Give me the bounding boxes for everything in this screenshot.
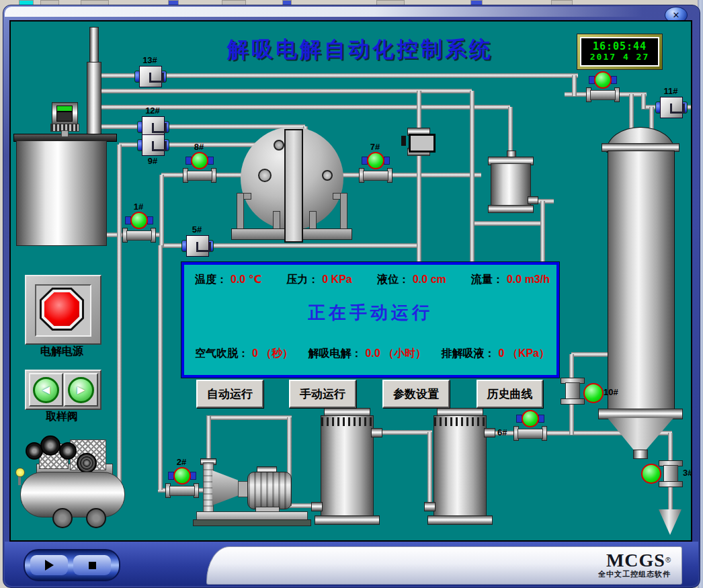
power-button-panel (25, 275, 101, 345)
pulley (59, 442, 77, 460)
stop-button[interactable] (73, 555, 111, 575)
cell-slots (321, 417, 372, 426)
valve-body (660, 97, 683, 118)
metric-value: 0 KPa (322, 274, 352, 285)
pipe (417, 91, 421, 267)
cell-slots (434, 417, 485, 426)
electrolysis-power-button[interactable] (44, 292, 79, 326)
valve-status-lamp (367, 152, 384, 169)
timer-label: 解吸电解： (308, 347, 362, 359)
electrolysis-cell-2 (433, 415, 487, 517)
metric-label: 流量： (471, 274, 503, 285)
digital-clock: 16:05:44 2017 4 27 (577, 34, 663, 70)
valve-body (126, 230, 152, 241)
mixer-motor-window (56, 112, 73, 122)
sample-valve-open-button[interactable]: ◀ (29, 373, 63, 407)
valve-13[interactable]: 13# (134, 66, 165, 86)
actuator-nub (611, 76, 617, 84)
valve-5[interactable]: 5# (181, 235, 212, 255)
play-button[interactable] (30, 555, 68, 575)
actuator-nub (147, 216, 153, 224)
registered-mark: ® (665, 556, 671, 564)
valve-body (363, 171, 388, 181)
cell-nozzle (484, 428, 495, 437)
valve-status-lamp (130, 212, 148, 229)
valve-6[interactable]: 6# (513, 410, 546, 439)
support-leg (237, 193, 244, 231)
pipe (572, 75, 577, 96)
stop-icon (89, 562, 96, 569)
metrics-row: 温度：0.0 ℃ 压力：0 KPa 液位：0.0 cm 流量：0.0 m3/h (195, 273, 550, 287)
valve-body (590, 90, 616, 100)
valve-body (565, 382, 580, 400)
valve-label: 6# (497, 427, 507, 437)
valve-1[interactable]: 1# (122, 212, 155, 241)
valve-label: 11# (655, 86, 686, 96)
pipe (99, 73, 578, 78)
timer: 空气吹脱：0 （秒） (195, 347, 293, 361)
pipe (470, 221, 545, 226)
mixer-motor-lamp (56, 106, 73, 112)
valve-label: 1# (125, 202, 152, 212)
pipe (329, 173, 481, 177)
pipe (427, 432, 432, 507)
metric-label: 压力： (286, 274, 319, 285)
metric-value: 0.0 cm (413, 274, 446, 285)
pipe (99, 124, 305, 129)
filter-tank-base (488, 205, 534, 213)
valve-body (187, 171, 212, 181)
page-title: 解吸电解自动化控制系统 (165, 35, 555, 65)
window-top-sheen (5, 7, 677, 17)
actuator-nub (384, 157, 390, 165)
sphere-port (322, 170, 333, 181)
pump-volute (212, 470, 238, 505)
pipe (571, 352, 612, 357)
metric: 压力：0 KPa (286, 273, 352, 287)
sample-valve-close-button[interactable]: ▶ (64, 373, 98, 407)
metric-value: 0.0 m3/h (507, 274, 550, 285)
valve-label: 9# (137, 156, 168, 166)
pipe (470, 91, 474, 282)
manual-run-button[interactable]: 手动运行 (289, 380, 356, 408)
pulley (40, 435, 60, 456)
cell-nozzle (311, 502, 323, 511)
valve-8[interactable]: 8# (183, 152, 215, 181)
metric-label: 液位： (377, 274, 409, 285)
timer: 排解吸液：0 （KPa） (442, 347, 550, 361)
pipe (380, 430, 432, 435)
brand-line: MCGS® (598, 550, 671, 571)
sphere-port (258, 169, 272, 182)
valve-7[interactable]: 7# (359, 152, 391, 181)
param-settings-button[interactable]: 参数设置 (382, 380, 450, 408)
valve-body (139, 66, 162, 87)
absorber-column (608, 151, 675, 410)
drain-valve-knob (15, 468, 25, 477)
valve-label: 12# (137, 106, 168, 116)
pipe (641, 94, 646, 109)
valve-12[interactable]: 12# (137, 116, 168, 136)
timer-value: 0 （秒） (252, 347, 293, 359)
drain-valve-stem (18, 476, 21, 485)
brand-panel: MCGS® 全中文工控组态软件 (206, 546, 682, 585)
auto-run-button[interactable]: 自动运行 (196, 380, 263, 408)
filter-tank (491, 163, 531, 208)
mixer-shaft (61, 130, 69, 137)
history-curve-button[interactable]: 历史曲线 (477, 380, 543, 408)
pump-motor (247, 472, 292, 509)
play-icon (45, 560, 54, 571)
timer-label: 空气吹脱： (195, 347, 249, 359)
valve-11[interactable]: 11# (655, 97, 686, 117)
filter-tank-outlet (528, 196, 538, 204)
pipe (540, 201, 545, 262)
valve-2[interactable]: 2# (165, 467, 198, 497)
clock-time: 16:05:44 (593, 41, 647, 52)
mixing-tank (16, 140, 107, 246)
metric-label: 温度： (195, 274, 227, 285)
valve-label: 2# (168, 457, 195, 467)
valve-4[interactable]: 4# (586, 71, 618, 101)
valve-status-lamp (594, 71, 612, 89)
pipe (117, 144, 122, 494)
compressor-wheel (86, 508, 106, 528)
cell-nozzle (371, 428, 382, 437)
valve-9[interactable]: 9# (137, 134, 168, 155)
